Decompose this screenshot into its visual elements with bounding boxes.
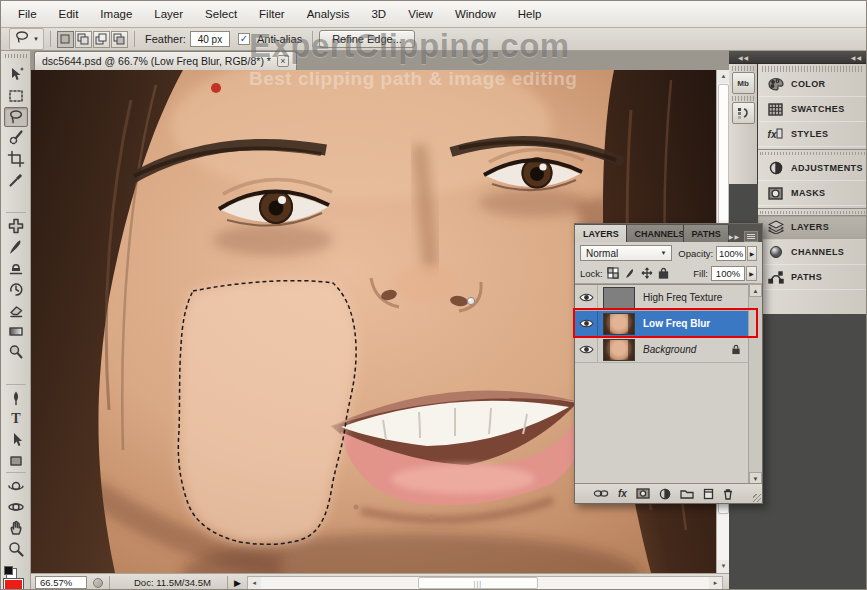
- anti-alias-checkbox[interactable]: ✓: [238, 33, 250, 45]
- opacity-input[interactable]: 100%: [716, 246, 746, 261]
- eyedropper-tool-icon[interactable]: [4, 170, 28, 190]
- gradient-tool-icon[interactable]: [4, 321, 28, 341]
- add-mask-icon[interactable]: [636, 488, 650, 499]
- feather-input[interactable]: 40 px: [190, 31, 230, 47]
- status-menu-icon[interactable]: ▶: [234, 578, 241, 588]
- add-to-selection-button[interactable]: [75, 31, 92, 48]
- menu-help[interactable]: Help: [507, 4, 553, 24]
- collapse-panels-icon[interactable]: ◀◀: [851, 54, 862, 61]
- dodge-tool-icon[interactable]: [4, 342, 28, 362]
- layer-thumbnail[interactable]: [603, 287, 635, 309]
- color-panel-button[interactable]: COLOR: [758, 72, 867, 97]
- close-icon[interactable]: ×: [277, 55, 289, 67]
- fill-spinner[interactable]: ▶: [746, 266, 757, 281]
- zoom-level-field[interactable]: 66.57%: [35, 576, 87, 589]
- menu-window[interactable]: Window: [444, 4, 507, 24]
- layers-panel-button[interactable]: LAYERS: [758, 215, 867, 240]
- menu-3d[interactable]: 3D: [360, 4, 397, 24]
- chevron-down-icon: ▼: [660, 250, 666, 256]
- document-tab[interactable]: dsc5644.psd @ 66.7% (Low Freq Blur, RGB/…: [34, 51, 297, 70]
- adjustment-layer-icon[interactable]: [659, 488, 671, 500]
- foreground-color-swatch[interactable]: [3, 578, 24, 590]
- adjustments-panel-button[interactable]: ADJUSTMENTS: [758, 156, 867, 181]
- menu-analysis[interactable]: Analysis: [296, 4, 361, 24]
- history-panel-button[interactable]: [732, 102, 755, 124]
- masks-panel-button[interactable]: MASKS: [758, 181, 867, 206]
- intersect-selection-button[interactable]: [111, 31, 128, 48]
- panel-menu-icon[interactable]: [744, 231, 758, 242]
- visibility-eye-icon[interactable]: [575, 311, 598, 337]
- menu-view[interactable]: View: [397, 4, 444, 24]
- lock-all-icon[interactable]: [658, 265, 669, 283]
- move-tool-icon[interactable]: [4, 65, 28, 85]
- tab-layers[interactable]: LAYERS: [575, 225, 627, 242]
- new-group-icon[interactable]: [680, 489, 694, 499]
- menu-edit[interactable]: Edit: [48, 4, 90, 24]
- strip-grip[interactable]: [732, 66, 754, 71]
- lock-pixels-icon[interactable]: [624, 265, 636, 283]
- hand-tool-icon[interactable]: [4, 518, 28, 538]
- lock-transparency-icon[interactable]: [607, 265, 619, 283]
- resize-grip[interactable]: [753, 494, 761, 502]
- new-selection-button[interactable]: [57, 31, 74, 48]
- styles-panel-button[interactable]: fx STYLES: [758, 122, 867, 147]
- link-layers-icon[interactable]: [593, 489, 609, 498]
- menu-select[interactable]: Select: [194, 4, 248, 24]
- marquee-tool-icon[interactable]: [4, 86, 28, 106]
- delete-layer-icon[interactable]: [723, 488, 733, 500]
- layers-scrollbar[interactable]: ▲ ▼: [748, 284, 762, 485]
- collapse-panel-icon[interactable]: ▶▶: [729, 233, 740, 240]
- scroll-left-icon[interactable]: ◄: [248, 577, 261, 589]
- 3d-orbit-tool-icon[interactable]: [4, 497, 28, 517]
- tab-paths[interactable]: PATHS: [684, 225, 729, 242]
- layer-row-background[interactable]: Background: [575, 337, 749, 363]
- horizontal-scroll-thumb[interactable]: |||: [418, 577, 538, 589]
- channels-panel-button[interactable]: CHANNELS: [758, 240, 867, 265]
- layer-thumbnail[interactable]: [603, 339, 635, 361]
- mini-bridge-button[interactable]: Mb: [732, 72, 755, 94]
- visibility-eye-icon[interactable]: [575, 285, 598, 311]
- swatches-panel-button[interactable]: SWATCHES: [758, 97, 867, 122]
- scroll-up-icon[interactable]: ▲: [749, 284, 762, 297]
- visibility-eye-icon[interactable]: [575, 337, 598, 363]
- menu-filter[interactable]: Filter: [248, 4, 296, 24]
- layer-row-low-freq[interactable]: Low Freq Blur: [575, 311, 749, 337]
- menu-layer[interactable]: Layer: [143, 4, 194, 24]
- path-selection-tool-icon[interactable]: [4, 430, 28, 450]
- type-tool-icon[interactable]: T: [4, 409, 28, 429]
- strip-grip[interactable]: [732, 96, 754, 101]
- tab-channels[interactable]: CHANNELS: [627, 225, 684, 242]
- collapse-dock-icon[interactable]: ◀◀: [738, 54, 749, 61]
- 3d-rotate-tool-icon[interactable]: [4, 476, 28, 496]
- lock-position-icon[interactable]: [641, 265, 653, 283]
- quick-selection-tool-icon[interactable]: [4, 128, 28, 148]
- layer-style-icon[interactable]: fx: [618, 488, 627, 499]
- layer-row-high-freq[interactable]: High Freq Texture: [575, 285, 749, 311]
- horizontal-scrollbar[interactable]: ◄ ||| ►: [247, 576, 723, 590]
- fill-input[interactable]: 100%: [711, 266, 745, 281]
- blend-mode-select[interactable]: Normal ▼: [580, 245, 672, 261]
- zoom-tool-icon[interactable]: [4, 539, 28, 559]
- menu-image[interactable]: Image: [89, 4, 143, 24]
- new-layer-icon[interactable]: [703, 488, 714, 500]
- scroll-right-icon[interactable]: ►: [709, 577, 722, 589]
- paths-panel-button[interactable]: PATHS: [758, 265, 867, 290]
- lasso-tool-icon[interactable]: [4, 107, 28, 127]
- history-brush-tool-icon[interactable]: [4, 279, 28, 299]
- menu-file[interactable]: File: [7, 4, 48, 24]
- healing-brush-tool-icon[interactable]: [4, 216, 28, 236]
- pen-tool-icon[interactable]: [4, 388, 28, 408]
- subtract-from-selection-button[interactable]: [93, 31, 110, 48]
- eraser-tool-icon[interactable]: [4, 300, 28, 320]
- clone-stamp-tool-icon[interactable]: [4, 258, 28, 278]
- tool-preset-picker[interactable]: ▼: [9, 28, 44, 50]
- bindi: [211, 83, 221, 93]
- crop-tool-icon[interactable]: [4, 149, 28, 169]
- palette-grip[interactable]: [5, 54, 27, 58]
- rectangle-tool-icon[interactable]: [4, 451, 28, 471]
- brush-tool-icon[interactable]: [4, 237, 28, 257]
- default-swatches-icon[interactable]: [4, 566, 13, 575]
- layer-thumbnail[interactable]: [603, 313, 635, 335]
- refine-edge-button[interactable]: Refine Edge...: [319, 30, 415, 48]
- opacity-spinner[interactable]: ▶: [747, 246, 757, 261]
